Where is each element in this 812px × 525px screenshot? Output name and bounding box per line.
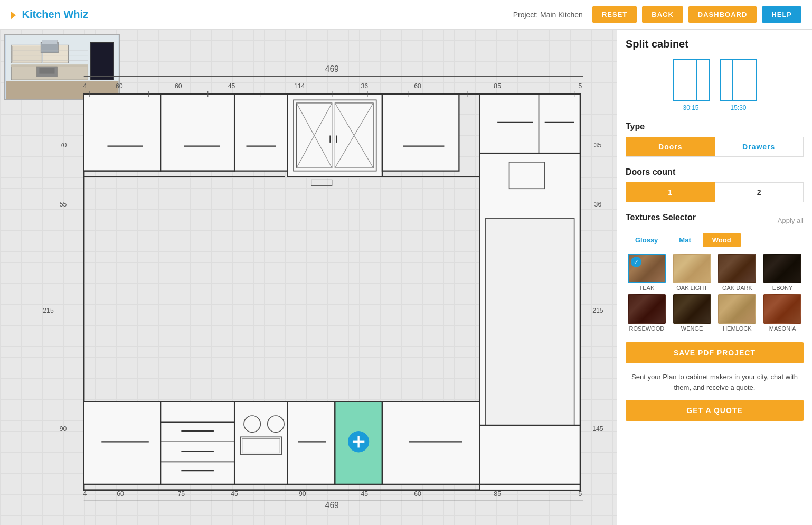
texture-masonia[interactable]: MASONIA: [761, 294, 804, 332]
doors-count-label: Doors count: [626, 167, 804, 177]
split-label-15-30: 15:30: [730, 104, 746, 111]
texture-wenge[interactable]: WENGE: [671, 294, 713, 332]
type-drawers-button[interactable]: Drawers: [715, 137, 804, 156]
texture-rosewood[interactable]: ROSEWOOD: [626, 294, 668, 332]
masonia-swatch: [763, 294, 801, 324]
svg-text:60: 60: [117, 490, 124, 498]
send-quote-text: Sent your Plan to cabinet makers in your…: [626, 372, 804, 392]
type-buttons: Doors Drawers: [626, 137, 804, 157]
wenge-swatch: [673, 294, 711, 324]
oak-dark-label: OAK DARK: [722, 285, 752, 291]
floorplan-svg: 469 60 60 45 114 36 60 85 4 5 70 55 215 …: [4, 59, 612, 520]
type-doors-button[interactable]: Doors: [626, 137, 715, 156]
svg-rect-56: [382, 94, 459, 171]
textures-label: Textures Selector: [626, 213, 696, 222]
logo-arrow-icon: [11, 11, 16, 20]
back-button[interactable]: BACK: [642, 6, 683, 23]
svg-text:45: 45: [361, 490, 368, 498]
svg-rect-65: [84, 401, 161, 484]
svg-rect-85: [382, 401, 480, 484]
svg-text:215: 215: [43, 307, 54, 314]
sidebar-title: Split cabinet: [626, 38, 804, 50]
ebony-swatch: [763, 254, 801, 283]
texture-tabs: Glossy Mat Wood: [626, 233, 804, 247]
get-quote-button[interactable]: GET A QUOTE: [626, 400, 804, 421]
svg-text:4: 4: [83, 82, 87, 90]
svg-text:90: 90: [60, 425, 67, 433]
teak-swatch: ✓: [628, 254, 666, 283]
type-section-label: Type: [626, 122, 804, 132]
hemlock-swatch: [718, 294, 756, 324]
doors-count-1-button[interactable]: 1: [626, 182, 715, 202]
masonia-label: MASONIA: [769, 325, 796, 332]
save-pdf-button[interactable]: SAVE PDF PROJECT: [626, 342, 804, 363]
texture-oak-light[interactable]: OAK LIGHT: [671, 254, 713, 291]
right-sidebar: Split cabinet 30:15 15:30 Type Doors: [617, 30, 812, 525]
svg-text:60: 60: [175, 82, 182, 90]
oak-light-label: OAK LIGHT: [676, 285, 707, 291]
svg-text:45: 45: [231, 490, 238, 498]
svg-text:469: 469: [325, 501, 339, 510]
svg-text:5: 5: [578, 82, 582, 90]
ebony-label: EBONY: [772, 285, 793, 291]
teak-label: TEAK: [639, 285, 655, 291]
header-controls: Project: Main Kitchen RESET BACK DASHBOA…: [513, 6, 801, 23]
teak-check: ✓: [631, 257, 641, 267]
svg-text:60: 60: [116, 82, 123, 90]
texture-grid: ✓ TEAK OAK LIGHT OAK DARK EBONY: [626, 254, 804, 332]
svg-rect-42: [234, 94, 288, 171]
texture-oak-dark[interactable]: OAK DARK: [716, 254, 759, 291]
texture-tab-wood[interactable]: Wood: [703, 233, 741, 247]
svg-rect-12: [42, 40, 57, 44]
oak-light-swatch: [673, 254, 711, 283]
logo-text: Kitchen: [22, 8, 64, 20]
svg-rect-55: [311, 180, 332, 185]
svg-text:469: 469: [325, 64, 339, 73]
wenge-label: WENGE: [681, 325, 703, 332]
split-label-30-15: 30:15: [683, 104, 698, 111]
split-option-30-15[interactable]: 30:15: [673, 59, 710, 111]
dashboard-button[interactable]: DASHBOARD: [688, 6, 757, 23]
hemlock-label: HEMLOCK: [723, 325, 751, 332]
split-icon-30-15: [673, 59, 710, 101]
texture-tab-glossy[interactable]: Glossy: [626, 233, 667, 247]
svg-rect-58: [480, 94, 580, 153]
texture-tab-mat[interactable]: Mat: [669, 233, 700, 247]
split-icon-15-30: [720, 59, 757, 101]
project-label: Project: Main Kitchen: [513, 11, 583, 19]
svg-text:60: 60: [414, 490, 421, 498]
reset-button[interactable]: RESET: [592, 6, 637, 23]
rosewood-label: ROSEWOOD: [629, 325, 665, 332]
svg-text:36: 36: [594, 201, 602, 208]
textures-header: Textures Selector Apply all: [626, 213, 804, 228]
rosewood-swatch: [628, 294, 666, 324]
svg-text:36: 36: [361, 82, 368, 90]
header: Kitchen Whiz Project: Main Kitchen RESET…: [0, 0, 812, 30]
texture-teak[interactable]: ✓ TEAK: [626, 254, 668, 291]
svg-text:85: 85: [494, 82, 501, 90]
svg-text:55: 55: [60, 201, 67, 208]
texture-ebony[interactable]: EBONY: [761, 254, 804, 291]
svg-text:75: 75: [178, 490, 185, 498]
svg-rect-87: [480, 425, 580, 484]
svg-text:145: 145: [592, 425, 603, 433]
svg-text:60: 60: [414, 82, 421, 90]
svg-text:85: 85: [494, 490, 501, 498]
svg-text:5: 5: [578, 490, 582, 498]
apply-all-button[interactable]: Apply all: [778, 217, 804, 224]
help-button[interactable]: HELP: [762, 6, 801, 23]
svg-rect-36: [84, 94, 161, 171]
texture-hemlock[interactable]: HEMLOCK: [716, 294, 759, 332]
split-options: 30:15 15:30: [626, 59, 804, 111]
svg-text:114: 114: [294, 82, 305, 90]
logo: Kitchen Whiz: [11, 8, 88, 21]
split-option-15-30[interactable]: 15:30: [720, 59, 757, 111]
doors-count-2-button[interactable]: 2: [715, 182, 804, 202]
doors-count-buttons: 1 2: [626, 182, 804, 202]
svg-text:4: 4: [83, 490, 87, 498]
logo-highlight: Whiz: [63, 8, 88, 20]
svg-rect-39: [160, 94, 234, 171]
svg-text:215: 215: [592, 307, 603, 314]
oak-dark-swatch: [718, 254, 756, 283]
svg-text:90: 90: [299, 490, 306, 498]
